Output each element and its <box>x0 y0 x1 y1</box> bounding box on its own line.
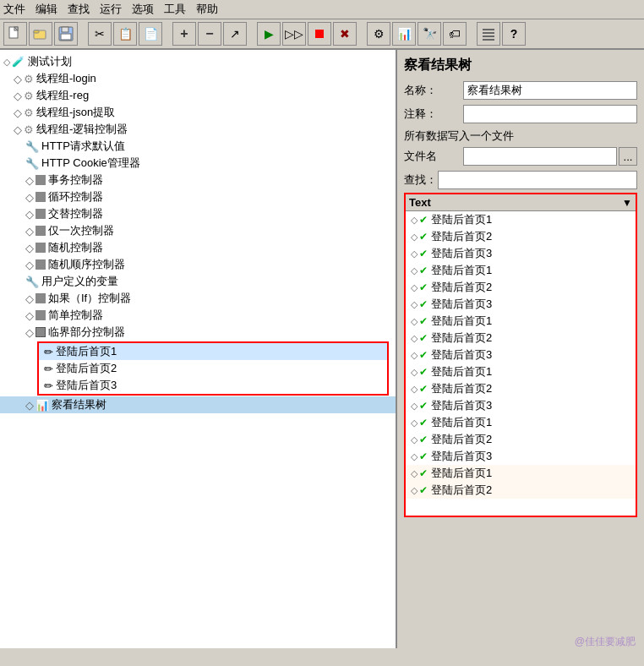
result-row[interactable]: ◇✔登陆后首页2 <box>406 380 636 397</box>
gear-icon: ⚙ <box>24 123 34 136</box>
result-row[interactable]: ◇✔登陆后首页1 <box>406 262 636 279</box>
connector-small: ◇ <box>411 451 418 462</box>
result-label: 登陆后首页3 <box>431 297 492 312</box>
result-row[interactable]: ◇✔登陆后首页3 <box>406 245 636 262</box>
tree-loop[interactable]: ◇ 循环控制器 <box>0 188 396 205</box>
result-row[interactable]: ◇✔登陆后首页1 <box>406 414 636 431</box>
tree-thread-logic[interactable]: ◇ ⚙ 线程组-逻辑控制器 <box>0 121 396 138</box>
tree-simple[interactable]: ◇ 简单控制器 <box>0 307 396 324</box>
square-icon <box>35 192 46 202</box>
thread-reg-label: 线程组-reg <box>36 88 89 103</box>
main-area: ◇ 🧪 测试计划 ◇ ⚙ 线程组-login ◇ ⚙ 线程组-reg ◇ ⚙ 线… <box>0 50 644 648</box>
toolbar-copy[interactable]: 📋 <box>113 22 137 46</box>
menu-options[interactable]: 选项 <box>132 2 154 17</box>
tree-once[interactable]: ◇ 仅一次控制器 <box>0 222 396 239</box>
comment-input[interactable] <box>463 105 637 123</box>
toolbar-tag[interactable]: 🏷 <box>443 22 467 46</box>
check-icon: ✔ <box>419 467 428 479</box>
tree-thread-json[interactable]: ◇ ⚙ 线程组-json提取 <box>0 104 396 121</box>
tree-thread-reg[interactable]: ◇ ⚙ 线程组-reg <box>0 87 396 104</box>
toolbar-new[interactable] <box>3 22 27 46</box>
page3-label: 登陆后首页3 <box>56 378 117 393</box>
connector-small: ◇ <box>411 468 418 479</box>
result-view-label: 察看结果树 <box>52 397 106 412</box>
filename-input[interactable] <box>463 147 617 166</box>
tree-alternate[interactable]: ◇ 交替控制器 <box>0 205 396 222</box>
result-row[interactable]: ◇✔登陆后首页3 <box>406 448 636 465</box>
result-row[interactable]: ◇✔登陆后首页3 <box>406 296 636 313</box>
result-label: 登陆后首页1 <box>431 212 492 227</box>
menu-tools[interactable]: 工具 <box>164 2 186 17</box>
result-row[interactable]: ◇✔登陆后首页1 <box>406 363 636 380</box>
tree-http-default[interactable]: 🔧 HTTP请求默认值 <box>0 138 396 155</box>
connector-icon: ◇ <box>25 309 34 322</box>
connector-small: ◇ <box>411 299 418 310</box>
result-row[interactable]: ◇✔登陆后首页3 <box>406 397 636 414</box>
wrench-icon: 🔧 <box>25 140 39 153</box>
result-label: 登陆后首页2 <box>431 483 492 498</box>
random-label: 随机控制器 <box>48 240 103 255</box>
result-row[interactable]: ◇✔登陆后首页2 <box>406 228 636 245</box>
name-input[interactable] <box>463 81 637 100</box>
tree-http-cookie[interactable]: 🔧 HTTP Cookie管理器 <box>0 155 396 172</box>
tree-if[interactable]: ◇ 如果（If）控制器 <box>0 290 396 307</box>
toolbar-list[interactable] <box>477 22 500 46</box>
toolbar-open[interactable] <box>29 22 52 46</box>
tree-root[interactable]: ◇ 🧪 测试计划 <box>0 53 396 70</box>
menu-file[interactable]: 文件 <box>3 2 25 17</box>
toolbar-stop[interactable]: ⏹ <box>308 22 331 46</box>
root-icon: 🧪 <box>12 56 25 68</box>
connector-icon: ◇ <box>25 292 34 305</box>
result-row[interactable]: ◇✔登陆后首页2 <box>406 431 636 448</box>
pencil-icon: ✏ <box>44 363 53 375</box>
toolbar-start-no-pause[interactable]: ▷▷ <box>282 22 306 46</box>
toolbar-tool1[interactable]: ⚙ <box>367 22 390 46</box>
menu-find[interactable]: 查找 <box>68 2 90 17</box>
tree-thread-login[interactable]: ◇ ⚙ 线程组-login <box>0 70 396 87</box>
tree-transaction[interactable]: ◇ 事务控制器 <box>0 172 396 188</box>
menu-edit[interactable]: 编辑 <box>35 2 57 17</box>
result-row[interactable]: ◇✔登陆后首页1 <box>406 313 636 330</box>
results-header: Text ▼ <box>406 194 636 211</box>
filename-row: 文件名 ... <box>404 147 637 166</box>
toolbar-paste[interactable]: 📄 <box>139 22 162 46</box>
result-row[interactable]: ◇✔登陆后首页2 <box>406 330 636 347</box>
tree-page2[interactable]: ✏ 登陆后首页2 <box>39 360 387 377</box>
dropdown-arrow-icon[interactable]: ▼ <box>622 197 632 209</box>
toolbar-browse[interactable]: ↗ <box>223 22 247 46</box>
tree-user-vars[interactable]: 🔧 用户定义的变量 <box>0 273 396 290</box>
toolbar-add[interactable]: + <box>172 22 196 46</box>
menu-help[interactable]: 帮助 <box>196 2 218 17</box>
search-input[interactable] <box>438 171 637 189</box>
results-header-text: Text <box>409 196 622 209</box>
result-row[interactable]: ◇✔登陆后首页1 <box>406 465 636 482</box>
tree-page3[interactable]: ✏ 登陆后首页3 <box>39 377 387 394</box>
toolbar-save[interactable] <box>54 22 78 46</box>
tree-critical[interactable]: ◇ 临界部分控制器 <box>0 324 396 341</box>
connector-icon: ◇ <box>25 225 34 237</box>
toolbar-shutdown[interactable]: ✖ <box>333 22 357 46</box>
browse-button[interactable]: ... <box>619 147 637 166</box>
red-border-group: ✏ 登陆后首页1 ✏ 登陆后首页2 ✏ 登陆后首页3 <box>37 341 389 396</box>
result-label: 登陆后首页2 <box>431 330 492 346</box>
wrench-icon: 🔧 <box>25 157 39 170</box>
menu-run[interactable]: 运行 <box>100 2 122 17</box>
toolbar-help[interactable]: ? <box>502 22 526 46</box>
tree-result-view[interactable]: ◇ 📊 察看结果树 <box>0 396 396 413</box>
tree-random-order[interactable]: ◇ 随机顺序控制器 <box>0 256 396 273</box>
if-label: 如果（If）控制器 <box>48 291 131 306</box>
toolbar-remove[interactable]: − <box>198 22 221 46</box>
check-icon: ✔ <box>419 248 428 259</box>
toolbar-tool2[interactable]: 📊 <box>392 22 416 46</box>
panel-title: 察看结果树 <box>404 57 637 74</box>
tree-page1[interactable]: ✏ 登陆后首页1 <box>39 343 387 360</box>
tree-random[interactable]: ◇ 随机控制器 <box>0 239 396 256</box>
toolbar-cut[interactable]: ✂ <box>88 22 112 46</box>
result-row[interactable]: ◇✔登陆后首页2 <box>406 279 636 296</box>
result-row[interactable]: ◇✔登陆后首页1 <box>406 211 636 228</box>
comment-label: 注释： <box>404 106 463 122</box>
toolbar-start[interactable]: ▶ <box>257 22 281 46</box>
result-row[interactable]: ◇✔登陆后首页3 <box>406 347 636 363</box>
result-row[interactable]: ◇✔登陆后首页2 <box>406 482 636 499</box>
toolbar-binoculars[interactable]: 🔭 <box>418 22 441 46</box>
